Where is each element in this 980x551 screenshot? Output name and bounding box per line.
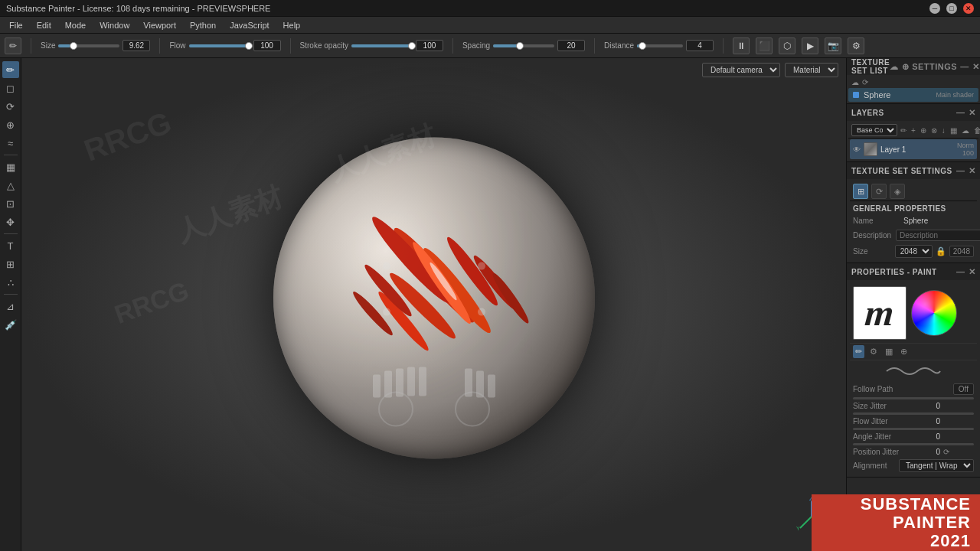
lt-icon-1[interactable]: ✏ [899, 126, 908, 135]
viewport[interactable]: RRCG 人人素材 RRCG 人人素材 [21, 58, 846, 551]
pp-tool-1[interactable]: ✏ [853, 345, 864, 358]
description-input[interactable] [896, 230, 980, 241]
tool-eraser[interactable]: ◻ [2, 80, 19, 96]
tool-clone[interactable]: ⊕ [2, 116, 19, 133]
blend-mode-select[interactable]: Base Col [851, 124, 897, 136]
lock-icon[interactable]: 🔒 [936, 246, 946, 256]
title-bar: Substance Painter - License: 108 days re… [0, 0, 980, 17]
tss-close[interactable]: ✕ [969, 166, 976, 176]
toolbar-size-group: Size 9.62 [41, 40, 150, 51]
menu-viewport[interactable]: Viewport [137, 19, 182, 31]
spacing-value[interactable]: 20 [557, 40, 585, 51]
layer-1[interactable]: 👁 Layer 1 Norm 100 [850, 139, 977, 159]
tss-minimize[interactable]: — [956, 166, 965, 175]
tsl-minimize[interactable]: — [960, 62, 969, 71]
tss-channels-btn[interactable]: ⊞ [853, 184, 868, 199]
color-sphere[interactable] [911, 290, 957, 336]
sphere-highlight [273, 138, 595, 459]
toolbar-pause-btn[interactable]: ⏸ [733, 37, 750, 54]
flow-label: Flow [169, 41, 185, 50]
tool-text[interactable]: T [2, 237, 19, 254]
flow-value[interactable]: 100 [253, 40, 281, 51]
tsl-ctrl-2[interactable]: ⟳ [862, 78, 868, 86]
menu-mode[interactable]: Mode [59, 19, 93, 31]
spacing-slider[interactable] [493, 44, 554, 47]
pp-tool-4[interactable]: ⊕ [898, 345, 910, 358]
tss-shader-btn[interactable]: ◈ [890, 184, 905, 199]
tsl-close[interactable]: ✕ [972, 62, 980, 72]
tsl-ctrl-1[interactable]: ☁ [851, 78, 859, 86]
menu-python[interactable]: Python [184, 19, 222, 31]
jitter-random-icon[interactable]: ⟳ [943, 448, 949, 456]
lt-icon-5[interactable]: ↓ [940, 126, 947, 135]
tool-stamp[interactable]: ⊞ [2, 256, 19, 272]
lt-icon-trash[interactable]: 🗑 [972, 126, 980, 135]
lt-icon-3[interactable]: ⊕ [919, 126, 928, 135]
pp-tool-3[interactable]: ▦ [883, 345, 895, 358]
minimize-button[interactable]: ─ [929, 3, 940, 14]
distance-value[interactable]: 4 [686, 40, 714, 51]
size-jitter-track[interactable] [853, 397, 974, 399]
tool-particle[interactable]: ∴ [2, 274, 19, 291]
menu-javascript[interactable]: JavaScript [224, 19, 275, 31]
menu-edit[interactable]: Edit [31, 19, 57, 31]
stroke-opacity-value[interactable]: 100 [416, 40, 443, 51]
tool-fill[interactable]: ▦ [2, 158, 19, 175]
tss-bake-btn[interactable]: ⟳ [871, 184, 887, 199]
size-select[interactable]: 2048 [895, 245, 933, 258]
layers-close[interactable]: ✕ [969, 108, 976, 118]
brush-preview-icon: m [864, 295, 896, 331]
tool-polygon[interactable]: △ [2, 177, 19, 194]
tsl-icon-2[interactable]: ⊕ [902, 62, 910, 72]
paint-props-title: PROPERTIES - PAINT [851, 268, 937, 276]
follow-path-value[interactable]: Off [953, 383, 974, 395]
maximize-button[interactable]: □ [946, 3, 957, 14]
toolbar-camera-btn[interactable]: 📷 [825, 37, 841, 54]
close-button[interactable]: ✕ [963, 3, 974, 14]
pp-close[interactable]: ✕ [969, 267, 976, 277]
tool-smudge[interactable]: ≈ [2, 135, 19, 152]
tsl-icon-1[interactable]: ☁ [890, 62, 899, 72]
flow-slider[interactable] [189, 44, 250, 47]
angle-jitter-track[interactable] [853, 428, 974, 430]
position-jitter-track[interactable] [853, 443, 974, 445]
camera-select[interactable]: Default camera [702, 63, 780, 77]
size-slider[interactable] [58, 44, 119, 47]
sphere-object [273, 138, 595, 459]
toolbar-render-btn[interactable]: ▶ [802, 37, 818, 54]
mode-select[interactable]: Material [785, 63, 838, 77]
size-value[interactable]: 9.62 [122, 40, 150, 51]
tool-sep-2 [4, 233, 18, 234]
tool-paint[interactable]: ✏ [2, 61, 19, 78]
pp-tool-2[interactable]: ⚙ [867, 345, 880, 358]
toolbar-3d-btn[interactable]: ⬡ [779, 37, 795, 54]
tool-project[interactable]: ⟳ [2, 98, 19, 115]
tool-transform[interactable]: ✥ [2, 214, 19, 230]
layer-visibility-eye[interactable]: 👁 [853, 145, 861, 154]
toolbar-current-tool[interactable]: ✏ [5, 37, 21, 54]
flow-jitter-track[interactable] [853, 412, 974, 415]
brush-preview[interactable]: m [853, 286, 906, 340]
stroke-opacity-slider[interactable] [351, 44, 413, 47]
lt-icon-7[interactable]: ☁ [960, 126, 971, 135]
lt-icon-6[interactable]: ▦ [949, 126, 959, 135]
follow-path-label: Follow Path [853, 385, 950, 393]
tool-measure[interactable]: ⊿ [2, 298, 19, 315]
layers-minimize[interactable]: — [956, 108, 965, 117]
tool-color-picker[interactable]: 💉 [2, 316, 19, 333]
lt-icon-4[interactable]: ⊗ [929, 126, 939, 135]
paint-props-header-icons: — ✕ [956, 267, 975, 277]
menu-file[interactable]: File [3, 19, 29, 31]
angle-jitter-row: Angle Jitter 0 [850, 431, 977, 442]
tool-select[interactable]: ⊡ [2, 195, 19, 212]
menu-window[interactable]: Window [93, 19, 136, 31]
pp-minimize[interactable]: — [956, 267, 965, 276]
alignment-select[interactable]: Tangent | Wrap [899, 459, 974, 472]
toolbar-frame-btn[interactable]: ⬛ [756, 37, 773, 54]
menu-help[interactable]: Help [277, 19, 307, 31]
toolbar-settings-btn[interactable]: ⚙ [848, 37, 864, 54]
lt-icon-2[interactable]: + [910, 126, 917, 135]
distance-slider[interactable] [637, 44, 683, 47]
tsl-settings[interactable]: Settings [912, 62, 957, 71]
tsl-item-sphere[interactable]: Sphere Main shader [848, 88, 978, 102]
